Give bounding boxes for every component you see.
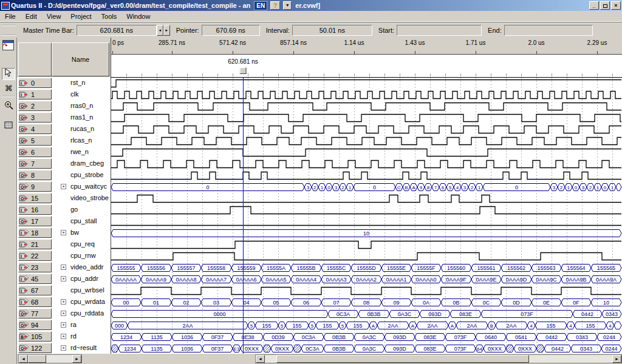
signal-id-button[interactable]: I1 [18, 89, 52, 99]
svg-text:1036: 1036 [181, 346, 193, 352]
signal-id-button[interactable]: I16 [18, 204, 52, 215]
menu-item-file[interactable]: File [0, 12, 21, 21]
signal-row-video_addr[interactable]: I23+video_addr [17, 261, 111, 273]
signal-id-button[interactable]: O2 [18, 101, 52, 111]
expand-icon[interactable]: + [61, 334, 66, 339]
language-badge[interactable]: EN [254, 1, 267, 10]
time-step-left-button[interactable]: ◂ [157, 25, 163, 36]
signal-id-button[interactable]: O77 [18, 308, 52, 318]
signal-id-button[interactable]: I45 [18, 274, 52, 284]
close-button[interactable]: × [611, 1, 621, 10]
expand-icon[interactable]: + [61, 276, 66, 281]
signal-id-button[interactable]: O122 [18, 343, 52, 353]
start-field[interactable] [397, 25, 482, 36]
signal-row-cpu_wrdata[interactable]: I68+cpu_wrdata [17, 296, 111, 308]
scroll-right-icon[interactable]: ► [612, 355, 621, 363]
master-time-bar-label: Master Time Bar: [23, 27, 74, 34]
signal-id-button[interactable]: O17 [18, 216, 52, 226]
svg-text:15555A: 15555A [267, 265, 285, 271]
signal-id-button[interactable]: I68 [18, 297, 52, 307]
signal-id-button[interactable]: I0 [18, 78, 52, 88]
language-bar-menu-icon[interactable]: ▾ [283, 1, 292, 10]
signal-id-button[interactable]: O8 [18, 170, 52, 180]
signal-row-cpu_req[interactable]: I21cpu_req [17, 238, 111, 250]
signal-row-cpu_waitcyc[interactable]: O9+cpu_waitcyc [17, 181, 111, 192]
selection-tool-button[interactable] [2, 68, 15, 80]
signal-row-rst_n[interactable]: I0rst_n [17, 77, 111, 89]
master-time-bar-strip[interactable]: 620.681 ns [111, 55, 622, 77]
expand-icon[interactable]: + [61, 184, 66, 189]
signal-row-cpu_stall[interactable]: O17cpu_stall [17, 215, 111, 227]
signal-row-cpu_rddata[interactable]: O77+cpu_rddata [17, 308, 111, 319]
signal-row-rras0_n[interactable]: O2rras0_n [17, 100, 111, 112]
signal-id-button[interactable]: I22 [18, 251, 52, 261]
waveform-hscrollbar[interactable]: ◄ ► [255, 354, 622, 363]
signal-row-video_strobe[interactable]: O15video_strobe [17, 192, 111, 204]
name-panel-scroll-thumb[interactable] [28, 355, 46, 363]
signal-row-cpu_rnw[interactable]: I22cpu_rnw [17, 250, 111, 261]
signal-row-rwe_n[interactable]: O6rwe_n [17, 146, 111, 158]
scroll-right-icon[interactable]: ► [72, 355, 81, 363]
scroll-left-icon[interactable]: ◄ [256, 355, 265, 363]
minor-tick [354, 73, 355, 76]
waveform-editor-icon[interactable]: ↷ [2, 40, 14, 50]
signal-row-ra[interactable]: O94+ra [17, 319, 111, 331]
expand-icon[interactable]: + [61, 322, 66, 328]
menu-item-view[interactable]: View [42, 12, 66, 21]
time-ruler[interactable]: 0 ps285.71 ns571.42 ns857.14 ns1.14 us1.… [111, 38, 622, 55]
master-time-bar-handle[interactable] [240, 67, 247, 74]
toolbar-grip[interactable] [1, 25, 16, 36]
signal-id-button[interactable]: O5 [18, 135, 52, 146]
signal-id-button[interactable]: O7 [18, 158, 52, 169]
signal-name-label: video_strobe [70, 194, 109, 201]
signal-id-button[interactable]: O9 [18, 181, 52, 192]
menu-item-edit[interactable]: Edit [21, 12, 42, 21]
signal-id-button[interactable]: O3 [18, 112, 52, 123]
scroll-left-icon[interactable]: ◄ [19, 355, 28, 363]
expand-icon[interactable]: + [61, 230, 66, 235]
signal-id-button[interactable]: I23 [18, 262, 52, 272]
signal-id-button[interactable]: I67 [18, 285, 52, 295]
help-icon[interactable]: ? [270, 1, 280, 10]
zoom-tool-button[interactable] [2, 101, 15, 113]
expand-icon[interactable]: + [61, 311, 66, 316]
signal-row-go[interactable]: I16go [17, 204, 111, 215]
menu-item-window[interactable]: Window [121, 12, 155, 21]
minor-tick [126, 73, 127, 76]
signal-row-cpu_strobe[interactable]: O8cpu_strobe [17, 169, 111, 181]
minimize-button[interactable]: _ [589, 1, 599, 10]
expand-icon[interactable]: + [61, 299, 66, 305]
signal-row-rd~result[interactable]: O122+rd~result [17, 342, 111, 354]
menu-item-project[interactable]: Project [66, 12, 96, 21]
signal-row-rras1_n[interactable]: O3rras1_n [17, 112, 111, 123]
signal-id-button[interactable]: O94 [18, 320, 52, 330]
signal-id-button[interactable]: B105 [18, 331, 52, 342]
signal-id-button[interactable]: I21 [18, 239, 52, 249]
edit-tool-button[interactable]: ⌘ [2, 83, 15, 95]
waveform-canvas[interactable]: 032103210CBA9876543210321032101101555551… [111, 78, 622, 354]
signal-row-clk[interactable]: I1clk [17, 89, 111, 100]
output-pin-icon: O [19, 345, 29, 351]
signal-id-button[interactable]: O4 [18, 124, 52, 134]
expand-icon[interactable]: + [61, 265, 66, 270]
signal-row-rlcas_n[interactable]: O5rlcas_n [17, 135, 111, 146]
menu-item-tools[interactable]: Tools [97, 12, 122, 21]
master-time-bar-field[interactable]: 620.681 ns [77, 25, 157, 36]
restore-button[interactable] [600, 1, 610, 10]
waveform-rows-area[interactable]: 032103210CBA9876543210321032101101555551… [111, 77, 622, 354]
signal-row-rucas_n[interactable]: O4rucas_n [17, 123, 111, 135]
signal-row-cpu_wrbsel[interactable]: I67cpu_wrbsel [17, 285, 111, 296]
signal-id-button[interactable]: I18 [18, 228, 52, 238]
signal-row-dram_cbeg[interactable]: O7dram_cbeg [17, 158, 111, 169]
signal-row-cpu_addr[interactable]: I45+cpu_addr [17, 273, 111, 285]
signal-row-bw[interactable]: I18+bw [17, 227, 111, 238]
waveform-scroll-thumb[interactable] [276, 355, 529, 363]
time-step-right-button[interactable]: ▸ [163, 25, 170, 36]
name-panel-hscrollbar[interactable]: ◄ ► [18, 354, 82, 363]
signal-id-button[interactable]: O6 [18, 147, 52, 157]
signal-row-rd[interactable]: B105+rd [17, 331, 111, 342]
end-field[interactable] [504, 25, 593, 36]
signal-id-button[interactable]: O15 [18, 193, 52, 203]
full-screen-tool-button[interactable] [2, 120, 15, 132]
expand-icon[interactable]: + [61, 345, 66, 351]
